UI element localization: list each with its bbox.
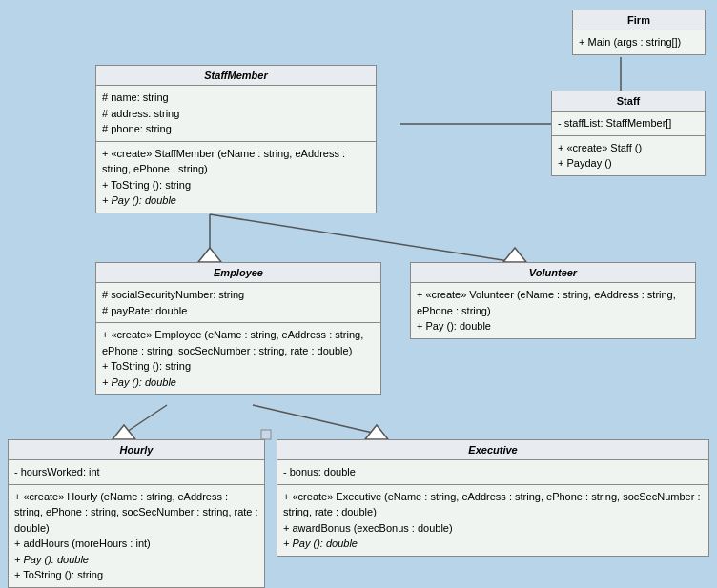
svg-line-7	[124, 405, 167, 434]
hourly-method-3: + Pay (): double	[14, 552, 258, 568]
employee-methods: + «create» Employee (eName : string, eAd…	[96, 323, 380, 394]
employee-header: Employee	[96, 263, 380, 283]
volunteer-header: Volunteer	[411, 263, 695, 283]
executive-class: Executive - bonus: double + «create» Exe…	[277, 439, 709, 557]
hourly-class: Hourly - hoursWorked: int + «create» Hou…	[8, 439, 265, 588]
executive-attr-1: - bonus: double	[283, 464, 703, 480]
volunteer-method-1: + «create» Volunteer (eName : string, eA…	[417, 287, 689, 318]
staff-method-1: + «create» Staff ()	[558, 140, 699, 156]
executive-methods: + «create» Executive (eName : string, eA…	[277, 485, 708, 556]
executive-method-1: + «create» Executive (eName : string, eA…	[283, 489, 703, 520]
svg-marker-8	[113, 425, 135, 439]
firm-method-1: + Main (args : string[])	[579, 34, 699, 51]
staffmember-method-1: + «create» StaffMember (eName : string, …	[102, 146, 370, 177]
executive-header: Executive	[277, 440, 708, 460]
volunteer-class: Volunteer + «create» Volunteer (eName : …	[410, 262, 696, 339]
staffmember-method-2: + ToString (): string	[102, 177, 370, 193]
svg-marker-10	[365, 425, 388, 439]
volunteer-method-2: + Pay (): double	[417, 318, 689, 335]
employee-method-1: + «create» Employee (eName : string, eAd…	[102, 327, 375, 358]
staffmember-header: StaffMember	[96, 66, 376, 86]
staffmember-attr-1: # name: string	[102, 90, 370, 106]
svg-marker-4	[198, 248, 221, 262]
employee-method-3: + Pay (): double	[102, 375, 375, 391]
employee-attr-2: # payRate: double	[102, 303, 375, 319]
employee-class: Employee # socialSecurityNumber: string …	[95, 262, 381, 395]
hourly-attributes: - hoursWorked: int	[9, 460, 264, 485]
firm-class: Firm + Main (args : string[])	[572, 10, 706, 55]
executive-attributes: - bonus: double	[277, 460, 708, 485]
staffmember-class: StaffMember # name: string # address: st…	[95, 65, 377, 213]
employee-attr-1: # socialSecurityNumber: string	[102, 287, 375, 303]
staff-attributes: - staffList: StaffMember[]	[552, 112, 705, 136]
staff-method-2: + Payday ()	[558, 155, 699, 172]
staffmember-attr-3: # phone: string	[102, 121, 370, 137]
hourly-attr-1: - hoursWorked: int	[14, 464, 258, 480]
firm-header: Firm	[573, 10, 705, 30]
staffmember-method-3: + Pay (): double	[102, 193, 370, 209]
svg-line-5	[210, 214, 515, 262]
staff-header: Staff	[552, 91, 705, 112]
svg-rect-11	[261, 430, 271, 439]
diagram-container: Firm + Main (args : string[]) Staff - st…	[0, 0, 717, 588]
staff-attr-1: - staffList: StaffMember[]	[558, 115, 699, 132]
staff-methods: + «create» Staff () + Payday ()	[552, 136, 705, 175]
staff-class: Staff - staffList: StaffMember[] + «crea…	[551, 91, 706, 176]
hourly-method-2: + addHours (moreHours : int)	[14, 536, 258, 552]
executive-method-3: + Pay (): double	[283, 536, 703, 552]
svg-marker-6	[503, 248, 526, 262]
staffmember-methods: + «create» StaffMember (eName : string, …	[96, 142, 376, 213]
hourly-methods: + «create» Hourly (eName : string, eAddr…	[9, 485, 264, 587]
staffmember-attr-2: # address: string	[102, 106, 370, 122]
executive-method-2: + awardBonus (execBonus : double)	[283, 520, 703, 537]
hourly-header: Hourly	[9, 440, 264, 460]
employee-method-2: + ToString (): string	[102, 358, 375, 375]
svg-line-9	[253, 405, 377, 434]
hourly-method-1: + «create» Hourly (eName : string, eAddr…	[14, 489, 258, 537]
volunteer-methods: + «create» Volunteer (eName : string, eA…	[411, 283, 695, 338]
hourly-method-4: + ToString (): string	[14, 567, 258, 583]
staffmember-attributes: # name: string # address: string # phone…	[96, 86, 376, 142]
employee-attributes: # socialSecurityNumber: string # payRate…	[96, 283, 380, 323]
firm-methods: + Main (args : string[])	[573, 30, 705, 54]
